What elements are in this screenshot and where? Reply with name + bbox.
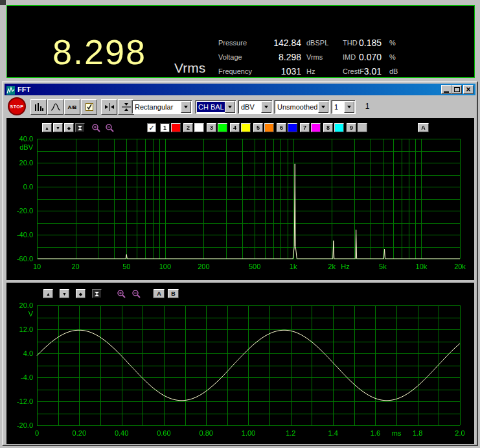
reading-label: Pressure xyxy=(218,36,247,50)
time-plot-canvas xyxy=(6,283,474,444)
close-button[interactable]: × xyxy=(463,85,474,94)
zoom-out-button[interactable] xyxy=(131,289,141,299)
zoom-in-button[interactable] xyxy=(117,289,126,299)
chevron-down-icon[interactable] xyxy=(344,101,354,113)
reading-value: 8.298 xyxy=(256,50,301,64)
stop-button[interactable]: STOP xyxy=(8,97,26,115)
chevron-down-icon[interactable] xyxy=(181,101,191,113)
maximize-icon xyxy=(454,87,460,92)
scroll-down-button[interactable]: ▼ xyxy=(60,289,69,298)
spectrum-bars-icon xyxy=(34,102,44,112)
curve-7-color-swatch[interactable] xyxy=(311,123,321,132)
window-title: FFT xyxy=(17,86,30,93)
fft-chart-panel: ▲ ▼ ◆ ✓ 123456789 A xyxy=(6,118,474,280)
curve-4-color-swatch[interactable] xyxy=(241,123,251,132)
vertical-marker-button[interactable] xyxy=(101,99,117,115)
fft-chart-controls: ▲ ▼ ◆ ✓ 123456789 A xyxy=(6,123,474,134)
curve-5-button[interactable]: 5 xyxy=(253,123,263,132)
zoom-out-icon xyxy=(131,289,141,299)
chevron-down-icon[interactable] xyxy=(318,101,328,113)
curve-3-button[interactable]: 3 xyxy=(207,123,216,132)
curve-buttons: 123456789 xyxy=(6,123,474,134)
time-chart-controls: ▲ ▼ ◆ A B xyxy=(6,289,474,300)
zoom-in-icon xyxy=(117,289,126,299)
reading-value: 3.01 xyxy=(353,64,382,78)
meter-row: Voltage 8.298 Vrms IMD 0.070 % xyxy=(7,50,474,64)
minimize-icon xyxy=(444,91,449,93)
curve-2-color-swatch[interactable] xyxy=(194,123,204,132)
reading-unit: Hz xyxy=(306,64,315,78)
diamond-icon: ◆ xyxy=(79,292,82,296)
ab-label: A/B xyxy=(68,104,77,110)
curve-1-button[interactable]: 1 xyxy=(160,123,170,132)
reading-unit: % xyxy=(389,36,396,50)
averages-combo[interactable]: 1 xyxy=(331,100,356,114)
reading-value: 1031 xyxy=(256,64,301,78)
reading-value: 142.84 xyxy=(256,36,301,50)
curve-6-button[interactable]: 6 xyxy=(277,123,286,132)
expand-scale-button[interactable]: ◆ xyxy=(76,289,86,298)
curve-9-button[interactable]: 9 xyxy=(347,123,356,132)
combo-value: Rectangular xyxy=(132,102,181,112)
curve-4-button[interactable]: 4 xyxy=(230,123,240,132)
maximize-button[interactable] xyxy=(451,85,462,94)
stop-label: STOP xyxy=(10,104,24,109)
toolbar: STOP A/B Rectangular CH BAL dBV xyxy=(5,95,475,118)
fft-plot-canvas xyxy=(6,118,474,280)
curve-2-button[interactable]: 2 xyxy=(183,123,193,132)
average-count-display: 1 xyxy=(360,100,375,113)
reading-value: 0.185 xyxy=(353,36,382,50)
title-bar[interactable]: FFT × xyxy=(5,84,475,95)
curve-7-button[interactable]: 7 xyxy=(300,123,310,132)
reading-unit: Vrms xyxy=(306,50,323,64)
horizontal-marker-icon xyxy=(121,102,131,112)
curve-3-color-swatch[interactable] xyxy=(218,123,227,132)
overlay-a-button[interactable]: A xyxy=(418,123,429,132)
spectrum-view-button[interactable] xyxy=(30,99,47,115)
down-arrow-icon: ▼ xyxy=(62,292,67,296)
meter-row: Pressure 142.84 dBSPL THD 0.185 % xyxy=(7,36,474,50)
combo-value: Unsmoothed xyxy=(275,102,318,112)
smoothing-combo[interactable]: Unsmoothed xyxy=(274,100,330,114)
chevron-down-icon[interactable] xyxy=(225,101,235,113)
reading-unit: % xyxy=(389,50,396,64)
hourglass-icon xyxy=(94,291,100,297)
reading-unit: dBSPL xyxy=(306,36,328,50)
reading-label: Voltage xyxy=(218,50,242,64)
data-check-button[interactable] xyxy=(81,99,97,115)
reading-value: 0.070 xyxy=(353,50,382,64)
meter-row: Frequency 1031 Hz CrestF 3.01 dB xyxy=(7,64,474,78)
vertical-marker-icon xyxy=(104,102,115,112)
close-icon: × xyxy=(466,86,470,93)
checkmark-box-icon xyxy=(85,102,94,112)
scroll-up-button[interactable]: ▲ xyxy=(43,289,53,298)
curve-6-color-swatch[interactable] xyxy=(288,123,297,132)
curve-1-color-swatch[interactable] xyxy=(171,123,181,132)
combo-value: 1 xyxy=(332,102,344,112)
combo-value: dBV xyxy=(238,102,261,112)
up-arrow-icon: ▲ xyxy=(46,292,51,296)
screen-corner-artifact xyxy=(0,0,6,5)
fft-window-function-combo[interactable]: Rectangular xyxy=(131,100,192,114)
compress-scale-button[interactable] xyxy=(92,289,102,298)
curve-5-color-swatch[interactable] xyxy=(264,123,274,132)
level-meter-panel: 8.298 Vrms Pressure 142.84 dBSPL THD 0.1… xyxy=(6,5,475,78)
combo-value: CH BAL xyxy=(197,102,225,112)
curve-8-button[interactable]: 8 xyxy=(323,123,333,132)
reading-label: Frequency xyxy=(218,64,252,78)
reading-unit: dB xyxy=(389,64,398,78)
waveform-icon xyxy=(51,102,61,112)
ab-compare-button[interactable]: A/B xyxy=(64,99,80,115)
curve-a-button[interactable]: A xyxy=(154,289,165,298)
curve-b-button[interactable]: B xyxy=(168,289,179,298)
window-function-button[interactable] xyxy=(47,99,63,115)
chevron-down-icon[interactable] xyxy=(261,101,271,113)
curve-8-color-swatch[interactable] xyxy=(334,123,344,132)
time-chart-panel: ▲ ▼ ◆ A B xyxy=(6,283,474,444)
y-units-combo[interactable]: dBV xyxy=(238,100,273,114)
input-channel-combo[interactable]: CH BAL xyxy=(195,100,236,114)
fft-window-icon xyxy=(6,86,15,94)
minimize-button[interactable] xyxy=(441,85,451,94)
curve-9-color-swatch[interactable] xyxy=(358,123,367,132)
